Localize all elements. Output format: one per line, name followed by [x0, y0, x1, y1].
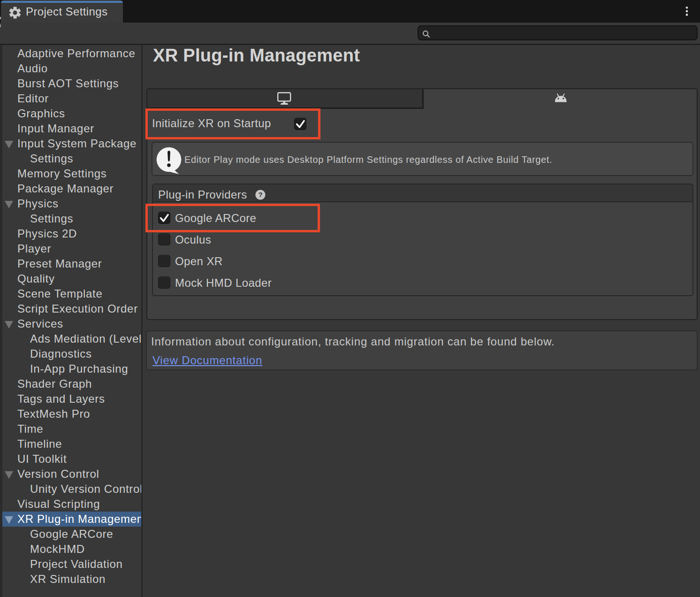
svg-text:?: ? — [258, 191, 262, 199]
